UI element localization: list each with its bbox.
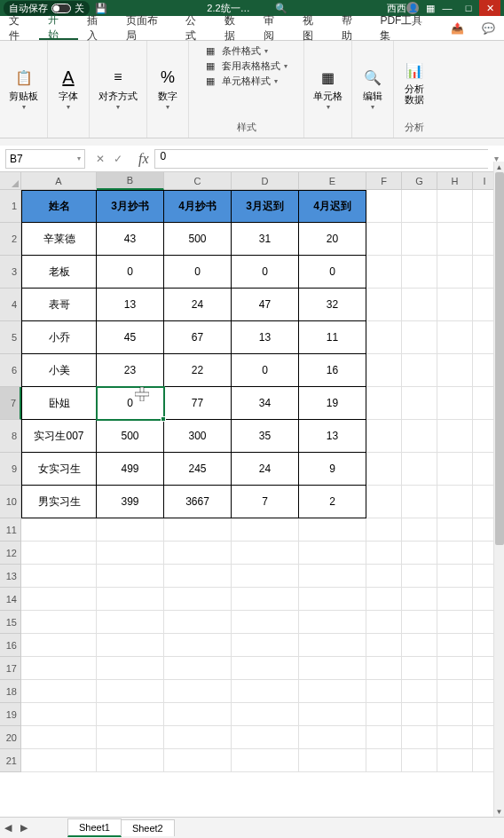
cell-E5[interactable]: 11 xyxy=(299,321,366,354)
cell-F5[interactable] xyxy=(366,321,402,354)
cell-G19[interactable] xyxy=(402,703,437,726)
cell-D9[interactable]: 24 xyxy=(232,453,299,486)
cell-D8[interactable]: 35 xyxy=(232,420,299,453)
row-header-20[interactable]: 20 xyxy=(0,726,21,749)
cell-B15[interactable] xyxy=(97,611,164,634)
cell-F20[interactable] xyxy=(366,726,402,749)
cell-A2[interactable]: 辛莱德 xyxy=(21,223,97,256)
cell-B13[interactable] xyxy=(97,565,164,588)
cell-D1[interactable]: 3月迟到 xyxy=(232,190,299,223)
cell-G6[interactable] xyxy=(402,354,437,387)
cell-F8[interactable] xyxy=(366,420,402,453)
cell-A17[interactable] xyxy=(21,657,97,680)
cell-A8[interactable]: 实习生007 xyxy=(21,420,97,453)
cell-E2[interactable]: 20 xyxy=(299,223,366,256)
cell-H2[interactable] xyxy=(437,223,473,256)
cell-E20[interactable] xyxy=(299,726,366,749)
cell-G7[interactable] xyxy=(402,387,437,420)
fx-icon[interactable]: fx xyxy=(133,151,154,167)
cell-C21[interactable] xyxy=(164,749,232,772)
cell-A9[interactable]: 女实习生 xyxy=(21,453,97,486)
cell-F1[interactable] xyxy=(366,190,402,223)
scroll-thumb[interactable] xyxy=(495,172,504,545)
cell-E11[interactable] xyxy=(299,518,366,542)
cell-D7[interactable]: 34 xyxy=(232,387,299,420)
cell-C1[interactable]: 4月抄书 xyxy=(164,190,232,223)
col-header-D[interactable]: D xyxy=(232,172,299,190)
cell-D17[interactable] xyxy=(232,657,299,680)
cell-D6[interactable]: 0 xyxy=(232,354,299,387)
cell-C13[interactable] xyxy=(164,565,232,588)
cell-A20[interactable] xyxy=(21,726,97,749)
cell-C3[interactable]: 0 xyxy=(164,256,232,289)
sheet-nav-next[interactable]: ▶ xyxy=(16,818,32,839)
cell-D19[interactable] xyxy=(232,703,299,726)
cell-H12[interactable] xyxy=(437,542,473,565)
close-button[interactable]: ✕ xyxy=(479,0,500,16)
cell-style-button[interactable]: ▦ 单元格样式▾ xyxy=(206,75,287,88)
row-header-7[interactable]: 7 xyxy=(0,387,21,420)
cell-H7[interactable] xyxy=(437,387,473,420)
cell-B17[interactable] xyxy=(97,657,164,680)
select-all-corner[interactable] xyxy=(0,172,21,190)
cell-F10[interactable] xyxy=(366,486,402,518)
cell-A6[interactable]: 小美 xyxy=(21,354,97,387)
cell-E16[interactable] xyxy=(299,634,366,657)
col-header-B[interactable]: B xyxy=(97,172,164,190)
cell-B1[interactable]: 3月抄书 xyxy=(97,190,164,223)
cell-G20[interactable] xyxy=(402,726,437,749)
cell-F15[interactable] xyxy=(366,611,402,634)
cell-D21[interactable] xyxy=(232,749,299,772)
cell-F13[interactable] xyxy=(366,565,402,588)
row-header-21[interactable]: 21 xyxy=(0,749,21,772)
cell-C20[interactable] xyxy=(164,726,232,749)
cell-C4[interactable]: 24 xyxy=(164,289,232,321)
row-header-13[interactable]: 13 xyxy=(0,565,21,588)
cell-D5[interactable]: 13 xyxy=(232,321,299,354)
cell-E8[interactable]: 13 xyxy=(299,420,366,453)
cell-D10[interactable]: 7 xyxy=(232,486,299,518)
cell-G4[interactable] xyxy=(402,289,437,321)
font-button[interactable]: A 字体 ▾ xyxy=(53,64,83,113)
cell-E13[interactable] xyxy=(299,565,366,588)
cell-B11[interactable] xyxy=(97,518,164,542)
cell-H10[interactable] xyxy=(437,486,473,518)
cell-F7[interactable] xyxy=(366,387,402,420)
cell-G13[interactable] xyxy=(402,565,437,588)
cell-B7[interactable]: 0 xyxy=(97,387,164,420)
cell-G17[interactable] xyxy=(402,657,437,680)
row-header-14[interactable]: 14 xyxy=(0,588,21,611)
col-header-G[interactable]: G xyxy=(402,172,437,190)
cell-D4[interactable]: 47 xyxy=(232,289,299,321)
cell-E15[interactable] xyxy=(299,611,366,634)
cell-C15[interactable] xyxy=(164,611,232,634)
cell-C12[interactable] xyxy=(164,542,232,565)
cell-B14[interactable] xyxy=(97,588,164,611)
number-button[interactable]: % 数字 ▾ xyxy=(153,64,183,113)
cell-E1[interactable]: 4月迟到 xyxy=(299,190,366,223)
cell-H11[interactable] xyxy=(437,518,473,542)
cell-C9[interactable]: 245 xyxy=(164,453,232,486)
cell-G15[interactable] xyxy=(402,611,437,634)
row-header-16[interactable]: 16 xyxy=(0,634,21,657)
editing-button[interactable]: 🔍 编辑 ▾ xyxy=(358,64,388,113)
fill-handle[interactable] xyxy=(161,416,166,422)
cell-D11[interactable] xyxy=(232,518,299,542)
formula-input[interactable]: 0 xyxy=(154,149,488,169)
cell-C7[interactable]: 77 xyxy=(164,387,232,420)
col-header-E[interactable]: E xyxy=(299,172,366,190)
cell-E17[interactable] xyxy=(299,657,366,680)
cell-F11[interactable] xyxy=(366,518,402,542)
cell-G12[interactable] xyxy=(402,542,437,565)
cell-A19[interactable] xyxy=(21,703,97,726)
tab-formulas[interactable]: 公式 xyxy=(177,16,216,40)
cell-G3[interactable] xyxy=(402,256,437,289)
row-header-9[interactable]: 9 xyxy=(0,453,21,486)
cell-F14[interactable] xyxy=(366,588,402,611)
name-box[interactable]: B7 ▾ xyxy=(5,149,85,169)
cell-H5[interactable] xyxy=(437,321,473,354)
tab-insert[interactable]: 插入 xyxy=(78,16,117,40)
cell-G2[interactable] xyxy=(402,223,437,256)
cell-F12[interactable] xyxy=(366,542,402,565)
sheet-nav-prev[interactable]: ◀ xyxy=(0,818,16,839)
